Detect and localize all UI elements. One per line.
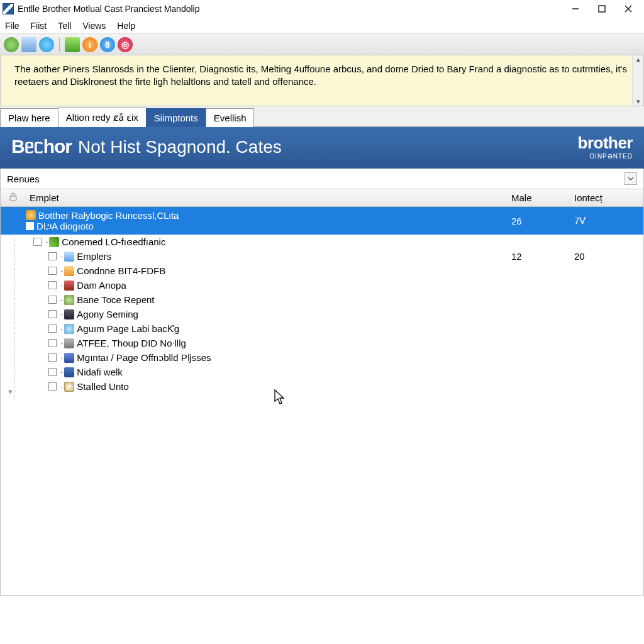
table-row[interactable]: - Nidafi welk — [1, 365, 643, 379]
item-icon — [64, 280, 74, 291]
svg-rect-4 — [10, 196, 16, 201]
cell-iontect: 20 — [574, 251, 643, 262]
tree-guide — [14, 236, 15, 399]
row-checkbox[interactable] — [48, 281, 57, 289]
window-title: Entlle Brother Motlual Cast Pranciest Ma… — [18, 4, 562, 14]
row-label: Condnne BIT4-FDFB — [77, 265, 511, 276]
close-button[interactable] — [615, 0, 641, 18]
save-icon[interactable] — [21, 37, 36, 52]
info-icon[interactable]: i — [82, 37, 97, 52]
tab-siimptonts[interactable]: Siimptonts — [146, 108, 206, 127]
table-header: Emplet Male Iontecț — [0, 189, 644, 207]
row-label: Botther Rałybogic Runcessl,CLιta — [38, 210, 511, 221]
filter-dropdown[interactable]: Renues — [0, 169, 644, 189]
toolbar-separator — [59, 38, 60, 52]
banner: Bᥱᥴhor Not Hist Spagnond. Cates brother … — [0, 127, 644, 169]
row-label: Mgıntaı / Page Offnɔblld Pǉsses — [77, 352, 511, 364]
table-row[interactable]: - Agony Seming — [1, 307, 643, 321]
cell-iontect: 7ꓦ — [574, 215, 643, 226]
row-label: Bane Toce Repent — [77, 294, 511, 305]
column-emplet[interactable]: Emplet — [26, 192, 511, 203]
table-row[interactable]: - Conemed LO-fıɞedfıanic — [1, 235, 643, 249]
notice-panel: The aother Piners Slanrosds in the Clien… — [0, 55, 644, 106]
item-icon — [64, 266, 74, 276]
row-label: Aguım Page Labi bacƘg — [77, 323, 511, 335]
banner-title: Not Hist Spagnond. Cates — [78, 137, 282, 157]
item-icon — [64, 338, 74, 348]
target-icon[interactable]: ◎ — [118, 37, 133, 52]
row-checkbox[interactable] — [48, 368, 57, 376]
item-icon — [64, 353, 74, 363]
item-icon — [64, 295, 74, 305]
notice-text: The aother Piners Slanrosds in the Clien… — [1, 55, 643, 106]
row-label: Conemed LO-fıɞedfıanic — [62, 236, 511, 248]
scroll-down-icon[interactable]: ▾ — [633, 97, 643, 106]
row-sublabel: DIጋA diogıoto — [36, 221, 511, 232]
maximize-button[interactable] — [589, 0, 615, 18]
title-bar: Entlle Brother Motlual Cast Pranciest Ma… — [0, 0, 644, 18]
row-label: ATFEE, Thoup DID Noᐧlllg — [77, 338, 511, 349]
column-iontect[interactable]: Iontecț — [574, 192, 643, 203]
globe-icon[interactable] — [4, 37, 19, 52]
table-row[interactable]: - Condnne BIT4-FDFB — [1, 264, 643, 278]
row-checkbox[interactable] — [48, 310, 57, 318]
row-checkbox[interactable] — [33, 238, 42, 246]
chevron-down-icon[interactable] — [625, 172, 637, 185]
user-icon[interactable]: 8 — [100, 37, 115, 52]
row-label: Staꓲled Unto — [77, 381, 511, 392]
row-checkbox[interactable] — [26, 222, 34, 230]
menu-views[interactable]: Views — [82, 21, 106, 31]
item-icon — [64, 252, 74, 262]
menu-help[interactable]: Help — [117, 21, 135, 31]
cell-male: 26 — [511, 216, 574, 226]
menu-bar: File Fiist Tell Views Help — [0, 18, 644, 34]
menu-file[interactable]: File — [5, 21, 19, 31]
table-row[interactable]: - Bane Toce Repent — [1, 292, 643, 307]
row-checkbox[interactable] — [48, 296, 57, 304]
row-label: Agony Seming — [77, 309, 511, 319]
column-lock — [1, 192, 26, 203]
app-icon — [3, 3, 14, 14]
item-icon — [64, 382, 74, 392]
brand-block: brother OINPƏNTED — [578, 133, 633, 160]
notice-scrollbar[interactable]: ▴ ▾ — [632, 55, 643, 106]
lock-icon — [9, 192, 17, 201]
tab-evellish[interactable]: Evellish — [206, 108, 255, 127]
toolbar: i 8 ◎ — [0, 34, 644, 55]
scroll-up-icon[interactable]: ▴ — [633, 55, 643, 64]
row-checkbox[interactable] — [48, 252, 57, 260]
table-row[interactable]: - Dam Anopa — [1, 278, 643, 292]
refresh-icon[interactable] — [39, 37, 54, 52]
tree-body: Botther Rałybogic Runcessl,CLιta DIጋA di… — [0, 207, 644, 596]
svg-rect-1 — [599, 6, 605, 12]
row-checkbox[interactable] — [48, 339, 57, 347]
table-row[interactable]: - Mgıntaı / Page Offnɔblld Pǉsses — [1, 350, 643, 365]
menu-fiist[interactable]: Fiist — [31, 21, 47, 31]
item-icon — [64, 309, 74, 319]
row-checkbox[interactable] — [48, 267, 57, 275]
banner-logo: Bᥱᥴhor — [11, 136, 72, 158]
table-row[interactable]: - Staꓲled Unto — [1, 379, 643, 394]
tree-collapse-arrow[interactable]: ▾ — [8, 387, 13, 396]
chart-icon[interactable] — [65, 37, 80, 52]
table-row[interactable]: - ATFEE, Thoup DID Noᐧlllg — [1, 336, 643, 350]
item-icon — [64, 324, 74, 334]
menu-tell[interactable]: Tell — [58, 21, 71, 31]
row-label: Nidafi welk — [77, 367, 511, 377]
row-label: Dam Anopa — [77, 280, 511, 291]
leaf-icon — [49, 237, 59, 247]
row-checkbox[interactable] — [48, 382, 57, 391]
cell-male: 12 — [511, 251, 574, 262]
table-row[interactable]: Botther Rałybogic Runcessl,CLιta DIጋA di… — [1, 207, 643, 235]
tab-altion-redy[interactable]: Altion redy ȼǎ ɛix — [58, 108, 147, 127]
row-label: Emplers — [77, 251, 511, 262]
table-row[interactable]: - Aguım Page Labi bacƘg — [1, 321, 643, 336]
minimize-button[interactable] — [562, 0, 589, 18]
tab-plaw-here[interactable]: Plaw here — [0, 108, 58, 127]
table-row[interactable]: - Emplers 12 20 — [1, 249, 643, 264]
row-checkbox[interactable] — [48, 353, 57, 362]
brand-sub: OINPƏNTED — [578, 153, 633, 160]
column-male[interactable]: Male — [511, 192, 574, 203]
row-checkbox[interactable] — [48, 325, 57, 333]
item-icon — [64, 367, 74, 377]
